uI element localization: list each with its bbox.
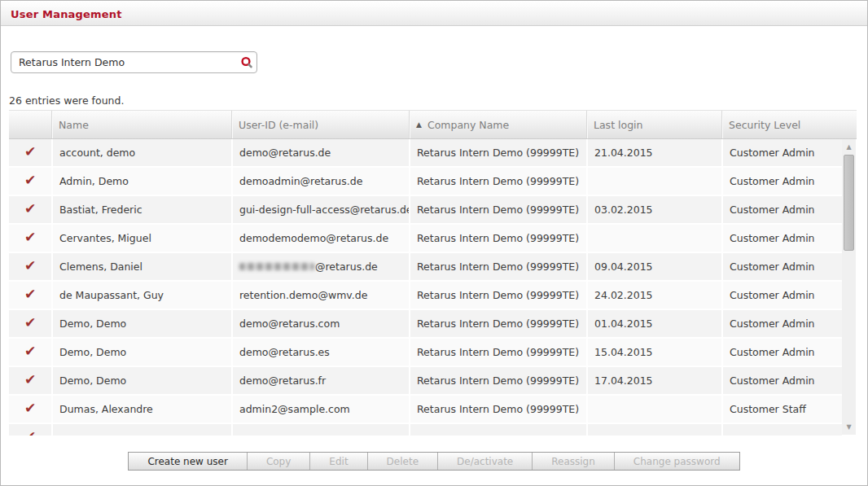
cell-user_id: @retarus.de	[233, 253, 409, 280]
column-header-name[interactable]: Name	[51, 111, 231, 138]
table-row[interactable]: ✔Demo, Demodemo@retarus.esRetarus Intern…	[9, 339, 857, 366]
table-row[interactable]: ✔de Maupassant, Guyretention.demo@wmv.de…	[9, 282, 857, 309]
column-header-user_id[interactable]: User-ID (e-mail)	[231, 111, 409, 138]
table-row[interactable]: ✔Admin, Demodemoadmin@retarus.deRetarus …	[9, 168, 857, 195]
cell-selected: ✔	[9, 310, 51, 337]
cell-company: Retarus Intern Demo (99999TE)	[410, 282, 586, 309]
edit-button[interactable]: Edit	[309, 453, 366, 470]
table-header-row: NameUser-ID (e-mail)▲Company NameLast lo…	[9, 110, 857, 139]
reassign-button[interactable]: Reassign	[532, 453, 614, 470]
de-activate-button[interactable]: De/activate	[437, 453, 532, 470]
cell-user_id: demo@retarus.fr	[233, 367, 409, 394]
active-check-icon: ✔	[24, 225, 36, 250]
cell-selected: ✔	[9, 396, 51, 423]
search-box[interactable]	[11, 51, 257, 73]
cell-name: Clemens, Daniel	[53, 253, 231, 280]
cell-company: Retarus Intern Demo (99999TE)	[410, 367, 586, 394]
cell-selected: ✔	[9, 225, 51, 252]
cell-user_id: demoadmin@retarus.de	[233, 168, 409, 195]
cell-last_login	[588, 225, 721, 252]
column-label: Last login	[594, 119, 642, 131]
table-row[interactable]: ✔Clemens, Daniel@retarus.deRetarus Inter…	[9, 253, 857, 280]
delete-button[interactable]: Delete	[367, 453, 437, 470]
active-check-icon: ✔	[24, 253, 36, 278]
cell-user_id: demo@retarus.es	[233, 339, 409, 366]
cell-last_login: 03.02.2015	[588, 196, 721, 223]
sort-asc-icon: ▲	[416, 120, 422, 129]
cell-security: Customer Admin	[723, 310, 842, 337]
copy-button[interactable]: Copy	[247, 453, 309, 470]
cell-last_login: 21.04.2015	[588, 139, 721, 166]
active-check-icon: ✔	[24, 139, 36, 164]
table-scrollbar[interactable]: ▲ ▼	[842, 139, 856, 435]
cell-company	[410, 424, 586, 436]
cell-company: Retarus Intern Demo (99999TE)	[410, 310, 586, 337]
action-bar: Create new userCopyEditDeleteDe/activate…	[128, 452, 739, 471]
page-header: User Management	[1, 1, 867, 26]
cell-user_id	[233, 424, 409, 436]
cell-last_login	[588, 396, 721, 423]
cell-name: Dumas, Alexandre	[53, 396, 231, 423]
column-label: Security Level	[729, 119, 800, 131]
scroll-up-icon[interactable]: ▲	[842, 141, 856, 153]
cell-user_id: gui-design-full-access@retarus.de	[233, 196, 409, 223]
search-icon[interactable]	[237, 55, 256, 71]
cell-company: Retarus Intern Demo (99999TE)	[410, 139, 586, 166]
cell-security: Customer Admin	[723, 253, 842, 280]
cell-user_id: admin2@sample.com	[233, 396, 409, 423]
column-header-last_login[interactable]: Last login	[586, 111, 721, 138]
cell-security: Customer Admin	[723, 139, 842, 166]
cell-company: Retarus Intern Demo (99999TE)	[410, 225, 586, 252]
cell-selected: ✔	[9, 367, 51, 394]
cell-last_login: 17.04.2015	[588, 367, 721, 394]
cell-company: Retarus Intern Demo (99999TE)	[410, 168, 586, 195]
table-row[interactable]: ✔Demo, Demodemo@retarus.frRetarus Intern…	[9, 367, 857, 394]
column-header-security[interactable]: Security Level	[721, 111, 857, 138]
cell-security: Customer Admin	[723, 196, 842, 223]
create-new-user-button[interactable]: Create new user	[129, 453, 246, 470]
scroll-down-icon[interactable]: ▼	[842, 421, 856, 433]
cell-user_id: demo@retarus.de	[233, 139, 409, 166]
page-title: User Management	[11, 8, 122, 20]
users-table: NameUser-ID (e-mail)▲Company NameLast lo…	[9, 110, 857, 436]
cell-name	[53, 424, 231, 436]
change-password-button[interactable]: Change password	[614, 453, 739, 470]
column-label: Company Name	[427, 119, 509, 131]
cell-security: Customer Admin	[723, 225, 842, 252]
table-row[interactable]: ✔account, demodemo@retarus.deRetarus Int…	[9, 139, 857, 166]
column-label: User-ID (e-mail)	[239, 119, 318, 131]
column-header-company[interactable]: ▲Company Name	[409, 111, 586, 138]
action-bar-container: Create new userCopyEditDeleteDe/activate…	[1, 452, 867, 471]
redacted-email-blur	[239, 263, 314, 270]
cell-last_login: 09.04.2015	[588, 253, 721, 280]
column-header-selected[interactable]	[9, 111, 51, 138]
user-management-panel: User Management 26 entries were found. N…	[0, 0, 868, 486]
cell-selected: ✔	[9, 168, 51, 195]
cell-company: Retarus Intern Demo (99999TE)	[410, 396, 586, 423]
cell-name: Demo, Demo	[53, 367, 231, 394]
cell-security: Customer Staff	[723, 396, 842, 423]
active-check-icon: ✔	[24, 424, 36, 436]
cell-name: Cervantes, Miguel	[53, 225, 231, 252]
cell-last_login	[588, 168, 721, 195]
search-input[interactable]	[11, 53, 237, 72]
cell-selected: ✔	[9, 339, 51, 366]
table-row-partial[interactable]: ✔	[9, 424, 857, 436]
cell-last_login: 15.04.2015	[588, 339, 721, 366]
cell-selected: ✔	[9, 282, 51, 309]
table-row[interactable]: ✔Demo, Demodemo@retarus.comRetarus Inter…	[9, 310, 857, 337]
results-summary: 26 entries were found.	[9, 95, 867, 107]
table-row[interactable]: ✔Bastiat, Fredericgui-design-full-access…	[9, 196, 857, 223]
cell-name: Bastiat, Frederic	[53, 196, 231, 223]
scrollbar-thumb[interactable]	[844, 155, 854, 251]
cell-name: account, demo	[53, 139, 231, 166]
table-row[interactable]: ✔Dumas, Alexandreadmin2@sample.comRetaru…	[9, 396, 857, 423]
cell-name: Demo, Demo	[53, 310, 231, 337]
cell-selected: ✔	[9, 139, 51, 166]
table-body: ✔account, demodemo@retarus.deRetarus Int…	[9, 139, 857, 436]
active-check-icon: ✔	[24, 282, 36, 307]
cell-selected: ✔	[9, 424, 51, 436]
table-row[interactable]: ✔Cervantes, Migueldemodemodemo@retarus.d…	[9, 225, 857, 252]
cell-selected: ✔	[9, 253, 51, 280]
active-check-icon: ✔	[24, 196, 36, 221]
